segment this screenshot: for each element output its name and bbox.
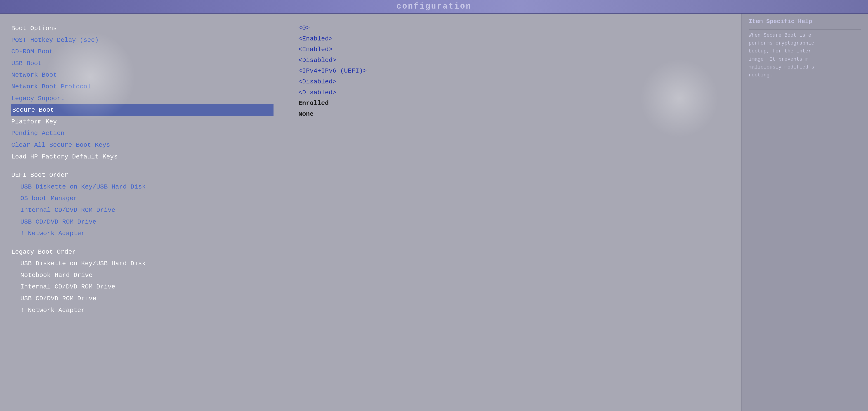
value-secure-boot: <Disabled> <box>298 87 728 98</box>
middle-panel: <0> <Enabled> <Enabled> <Disabled> <IPv4… <box>285 13 741 411</box>
value-pending-action: None <box>298 109 728 120</box>
section-gap-2 <box>11 240 274 246</box>
menu-item-platform-key[interactable]: Platform Key <box>11 116 274 128</box>
value-usb-boot: <Enabled> <box>298 44 728 55</box>
menu-item-network-adapter-uefi[interactable]: ! Network Adapter <box>11 228 274 240</box>
value-post-hotkey: <0> <box>298 23 728 33</box>
menu-item-load-hp-factory[interactable]: Load HP Factory Default Keys <box>11 151 274 163</box>
title-bar: configuration <box>0 0 868 13</box>
main-content: Boot Options POST Hotkey Delay (sec) CD-… <box>0 13 868 411</box>
menu-item-usb-boot[interactable]: USB Boot <box>11 58 274 69</box>
value-network-boot: <Disabled> <box>298 55 728 66</box>
menu-item-uefi-boot-order: UEFI Boot Order <box>11 169 274 181</box>
help-divider <box>749 29 861 30</box>
menu-item-network-boot[interactable]: Network Boot <box>11 69 274 81</box>
menu-item-legacy-boot-order: Legacy Boot Order <box>11 246 274 258</box>
menu-item-usb-diskette-uefi[interactable]: USB Diskette on Key/USB Hard Disk <box>11 181 274 193</box>
menu-item-internal-cdvd-legacy[interactable]: Internal CD/DVD ROM Drive <box>11 281 274 293</box>
help-text-content: When Secure Boot is eperforms cryptograp… <box>749 33 814 78</box>
menu-item-usb-cdvd-uefi[interactable]: USB CD/DVD ROM Drive <box>11 216 274 228</box>
menu-item-boot-options[interactable]: Boot Options <box>11 23 274 34</box>
menu-item-secure-boot[interactable]: Secure Boot <box>11 104 274 116</box>
help-title: Item Specific Help <box>749 18 861 25</box>
menu-item-notebook-hdd[interactable]: Notebook Hard Drive <box>11 270 274 281</box>
menu-item-network-adapter-legacy[interactable]: ! Network Adapter <box>11 305 274 316</box>
menu-item-cdrom-boot[interactable]: CD-ROM Boot <box>11 46 274 58</box>
section-gap-1 <box>11 162 274 169</box>
menu-item-network-boot-protocol[interactable]: Network Boot Protocol <box>11 81 274 93</box>
left-panel: Boot Options POST Hotkey Delay (sec) CD-… <box>0 13 285 411</box>
menu-item-usb-diskette-legacy[interactable]: USB Diskette on Key/USB Hard Disk <box>11 258 274 270</box>
menu-item-legacy-support[interactable]: Legacy Support <box>11 93 274 104</box>
value-platform-key: Enrolled <box>298 98 728 109</box>
title-bar-text: configuration <box>397 2 472 11</box>
right-panel: Item Specific Help When Secure Boot is e… <box>741 13 868 411</box>
menu-item-post-hotkey[interactable]: POST Hotkey Delay (sec) <box>11 34 274 46</box>
menu-item-pending-action[interactable]: Pending Action <box>11 127 274 139</box>
menu-item-os-boot-manager[interactable]: OS boot Manager <box>11 193 274 204</box>
value-network-boot-protocol: <IPv4+IPv6 (UEFI)> <box>298 66 728 76</box>
value-legacy-support: <Disabled> <box>298 76 728 87</box>
help-text: When Secure Boot is eperforms cryptograp… <box>749 31 861 79</box>
bios-screen: configuration Boot Options POST Hotkey D… <box>0 0 868 411</box>
menu-item-clear-secure-boot[interactable]: Clear All Secure Boot Keys <box>11 139 274 151</box>
menu-item-internal-cdvd-uefi[interactable]: Internal CD/DVD ROM Drive <box>11 204 274 216</box>
value-cdrom-boot: <Enabled> <box>298 33 728 44</box>
menu-item-usb-cdvd-legacy[interactable]: USB CD/DVD ROM Drive <box>11 293 274 305</box>
